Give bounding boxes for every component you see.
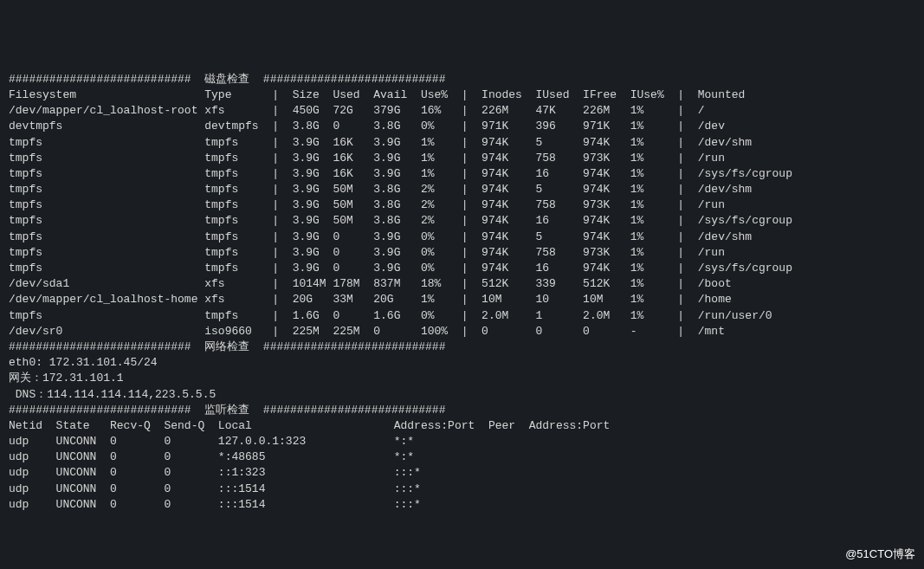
- terminal-line: tmpfs tmpfs | 3.9G 16K 3.9G 1% | 974K 75…: [9, 151, 915, 166]
- terminal-line: /dev/mapper/cl_loalhost-home xfs | 20G 3…: [9, 292, 915, 307]
- terminal-line: tmpfs tmpfs | 1.6G 0 1.6G 0% | 2.0M 1 2.…: [9, 308, 915, 324]
- terminal-line: DNS：114.114.114.114,223.5.5.5: [9, 387, 915, 403]
- terminal-line: eth0: 172.31.101.45/24: [9, 355, 915, 371]
- terminal-line: /dev/mapper/cl_loalhost-root xfs | 450G …: [9, 103, 915, 119]
- terminal-line: udp UNCONN 0 0 ::1:323 :::*: [9, 465, 915, 481]
- terminal-line: udp UNCONN 0 0 127.0.0.1:323 *:*: [9, 434, 915, 449]
- terminal-output: ########################### 磁盘检查 #######…: [9, 72, 915, 513]
- terminal-line: /dev/sr0 iso9660 | 225M 225M 0 100% | 0 …: [9, 324, 915, 339]
- terminal-line: Netid State Recv-Q Send-Q Local Address:…: [9, 418, 915, 434]
- terminal-line: udp UNCONN 0 0 *:48685 *:*: [9, 449, 915, 465]
- terminal-line: tmpfs tmpfs | 3.9G 0 3.9G 0% | 974K 5 97…: [9, 230, 915, 245]
- terminal-line: ########################### 网络检查 #######…: [9, 339, 915, 355]
- terminal-line: tmpfs tmpfs | 3.9G 16K 3.9G 1% | 974K 16…: [9, 166, 915, 182]
- terminal-line: ########################### 监听检查 #######…: [9, 403, 915, 418]
- terminal-line: 网关：172.31.101.1: [9, 371, 915, 386]
- terminal-line: devtmpfs devtmpfs | 3.8G 0 3.8G 0% | 971…: [9, 119, 915, 134]
- terminal-line: ########################### 磁盘检查 #######…: [9, 72, 915, 87]
- terminal-line: tmpfs tmpfs | 3.9G 50M 3.8G 2% | 974K 16…: [9, 213, 915, 229]
- terminal-line: tmpfs tmpfs | 3.9G 0 3.9G 0% | 974K 16 9…: [9, 261, 915, 276]
- terminal-line: /dev/sda1 xfs | 1014M 178M 837M 18% | 51…: [9, 276, 915, 292]
- terminal-line: tmpfs tmpfs | 3.9G 0 3.9G 0% | 974K 758 …: [9, 245, 915, 261]
- watermark-label: @51CTO博客: [845, 546, 915, 562]
- terminal-line: udp UNCONN 0 0 :::1514 :::*: [9, 497, 915, 513]
- terminal-line: udp UNCONN 0 0 :::1514 :::*: [9, 482, 915, 497]
- terminal-line: tmpfs tmpfs | 3.9G 16K 3.9G 1% | 974K 5 …: [9, 135, 915, 151]
- terminal-line: Filesystem Type | Size Used Avail Use% |…: [9, 87, 915, 103]
- terminal-line: tmpfs tmpfs | 3.9G 50M 3.8G 2% | 974K 75…: [9, 197, 915, 213]
- terminal-line: tmpfs tmpfs | 3.9G 50M 3.8G 2% | 974K 5 …: [9, 182, 915, 197]
